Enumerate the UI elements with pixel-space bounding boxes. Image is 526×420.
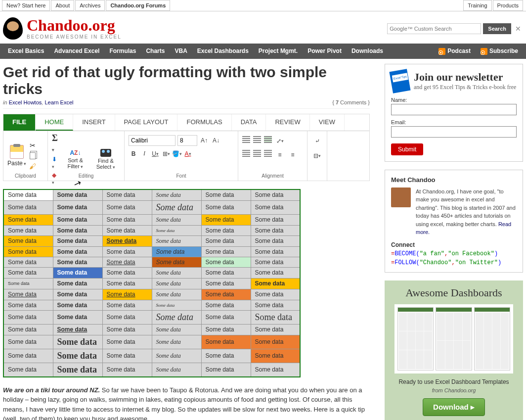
paste-button[interactable]: Paste: [7, 160, 26, 167]
indent-increase-icon[interactable]: ≡: [288, 150, 298, 160]
topbar-left: New? Start here About Archives Chandoo.o…: [2, 0, 171, 11]
sidebar: Join our newsletter and get 95 Excel Tip…: [385, 64, 523, 420]
font-size-select[interactable]: [177, 135, 197, 146]
sort-icon[interactable]: AZ↓: [70, 149, 81, 156]
increase-font-icon[interactable]: A↑: [199, 136, 209, 145]
email-input[interactable]: [391, 126, 517, 138]
cat-learn[interactable]: Learn Excel: [44, 99, 73, 105]
nav-podcast[interactable]: Podcast: [434, 44, 476, 59]
font-label: Font: [125, 172, 238, 180]
underline-button[interactable]: U: [150, 149, 160, 159]
facebook-link[interactable]: =BECOME("a fan","on Facebook"): [391, 250, 517, 257]
dash-title: Awesome Dashboards: [390, 286, 518, 299]
twitter-link[interactable]: =FOLLOW("Chandoo","on Twitter"): [391, 259, 517, 266]
name-input[interactable]: [391, 104, 517, 115]
topnav-forums[interactable]: Chandoo.org Forums: [106, 0, 170, 11]
ribbon-tab-pagelayout[interactable]: PAGE LAYOUT: [115, 114, 178, 131]
format-painter-icon[interactable]: 🖌: [29, 162, 36, 170]
nav-dashboards[interactable]: Excel Dashboards: [192, 44, 254, 59]
copy-icon[interactable]: [30, 152, 36, 159]
cat-howtos[interactable]: Excel Howtos: [9, 99, 42, 105]
comment-count[interactable]: { 7 Comments }: [332, 99, 370, 105]
dash-preview: [394, 304, 513, 373]
search-close-icon[interactable]: ✕: [513, 23, 523, 35]
meet-title: Meet Chandoo: [391, 176, 517, 184]
ribbon-tab-insert[interactable]: INSERT: [73, 114, 115, 131]
ribbon-tab-view[interactable]: VIEW: [310, 114, 345, 131]
meet-chandoo-widget: Meet Chandoo At Chandoo.org, I have one …: [385, 170, 523, 273]
nav-formulas[interactable]: Formulas: [104, 44, 141, 59]
paste-icon[interactable]: [10, 145, 24, 159]
main-content: Get rid of that ugly formatting with two…: [3, 64, 370, 420]
podcast-icon: [438, 48, 445, 55]
align-right-icon[interactable]: [264, 150, 272, 157]
decrease-font-icon[interactable]: A↓: [211, 136, 221, 145]
align-left-icon[interactable]: [242, 150, 250, 157]
font-color-button[interactable]: A: [183, 149, 193, 159]
email-label: Email:: [391, 119, 517, 125]
ribbon-tab-home[interactable]: HOME: [36, 114, 73, 131]
nav-downloads[interactable]: Downloads: [347, 44, 388, 59]
rss-icon: [481, 48, 487, 55]
search-button[interactable]: Search: [483, 23, 511, 34]
nav-advanced-excel[interactable]: Advanced Excel: [49, 44, 104, 59]
name-label: Name:: [391, 97, 517, 103]
nav-project-mgmt[interactable]: Project Mgmt.: [254, 44, 303, 59]
cut-icon[interactable]: ✂: [30, 141, 36, 149]
ribbon-tab-data[interactable]: DATA: [232, 114, 266, 131]
editing-label: Editing: [48, 172, 124, 180]
align-center-icon[interactable]: [253, 150, 261, 157]
italic-button[interactable]: I: [139, 149, 149, 159]
sort-filter-button[interactable]: Sort & Filter: [62, 157, 88, 169]
indent-decrease-icon[interactable]: ≡: [275, 150, 285, 160]
autosum-icon[interactable]: Σ: [52, 133, 59, 154]
ribbon-tab-review[interactable]: REVIEW: [266, 114, 309, 131]
topnav-products[interactable]: Products: [493, 0, 523, 11]
fill-icon[interactable]: ⬇: [52, 156, 59, 170]
align-bottom-icon[interactable]: [264, 136, 272, 143]
topnav-training[interactable]: Training: [463, 0, 491, 11]
post-body: We are on a tiki tour around NZ. So far …: [3, 385, 370, 420]
font-name-select[interactable]: [129, 135, 175, 146]
post-categories: in Excel Howtos, Learn Excel: [3, 99, 73, 105]
logo-area[interactable]: Chandoo.org BECOME AWESOME IN EXCEL: [3, 17, 122, 40]
dashboards-widget: Awesome Dashboards Ready to use Excel Da…: [385, 280, 523, 420]
border-button[interactable]: ⊞: [161, 149, 171, 159]
avatar: [391, 187, 411, 207]
topnav-archives[interactable]: Archives: [75, 0, 105, 11]
align-top-icon[interactable]: [242, 136, 250, 143]
submit-button[interactable]: Submit: [391, 143, 423, 155]
logo-title: Chandoo.org: [27, 17, 122, 33]
header: Chandoo.org BECOME AWESOME IN EXCEL Sear…: [0, 11, 526, 44]
merge-icon[interactable]: ⊟: [312, 151, 322, 161]
search-area: Search ✕: [387, 23, 523, 35]
ribbon-tab-formulas[interactable]: FORMULAS: [177, 114, 231, 131]
topnav-start[interactable]: New? Start here: [2, 0, 50, 11]
topbar-right: Training Products: [463, 0, 524, 11]
book-icon: [389, 69, 410, 93]
wrap-text-icon[interactable]: ⤶: [312, 136, 322, 146]
dash-from: from Chandoo.org: [390, 387, 518, 393]
newsletter-widget: Join our newsletter and get 95 Excel Tip…: [385, 64, 523, 162]
grid-cell[interactable]: Some data: [3, 189, 53, 201]
download-button[interactable]: Download ▸: [423, 398, 485, 416]
topnav-about[interactable]: About: [51, 0, 74, 11]
find-icon[interactable]: [100, 149, 111, 157]
nav-excel-basics[interactable]: Excel Basics: [3, 44, 49, 59]
nav-charts[interactable]: Charts: [141, 44, 170, 59]
nav-power-pivot[interactable]: Power Pivot: [303, 44, 347, 59]
clipboard-label: Clipboard: [3, 172, 47, 180]
bold-button[interactable]: B: [129, 149, 138, 159]
orientation-icon[interactable]: ⤢: [275, 136, 285, 146]
excel-grid[interactable]: Some dataSome dataSome dataSome dataSome…: [3, 189, 301, 377]
logo-tagline: BECOME AWESOME IN EXCEL: [27, 34, 122, 40]
nav-subscribe[interactable]: Subscribe: [476, 44, 523, 59]
find-select-button[interactable]: Find & Select: [91, 158, 120, 170]
align-middle-icon[interactable]: [253, 136, 261, 143]
fill-color-button[interactable]: 🪣: [172, 149, 182, 159]
ribbon-tab-file[interactable]: FILE: [3, 114, 36, 131]
logo-image: [3, 17, 23, 40]
dash-sub: Ready to use Excel Dashboard Templates: [390, 378, 518, 385]
search-input[interactable]: [387, 23, 481, 34]
nav-vba[interactable]: VBA: [170, 44, 192, 59]
